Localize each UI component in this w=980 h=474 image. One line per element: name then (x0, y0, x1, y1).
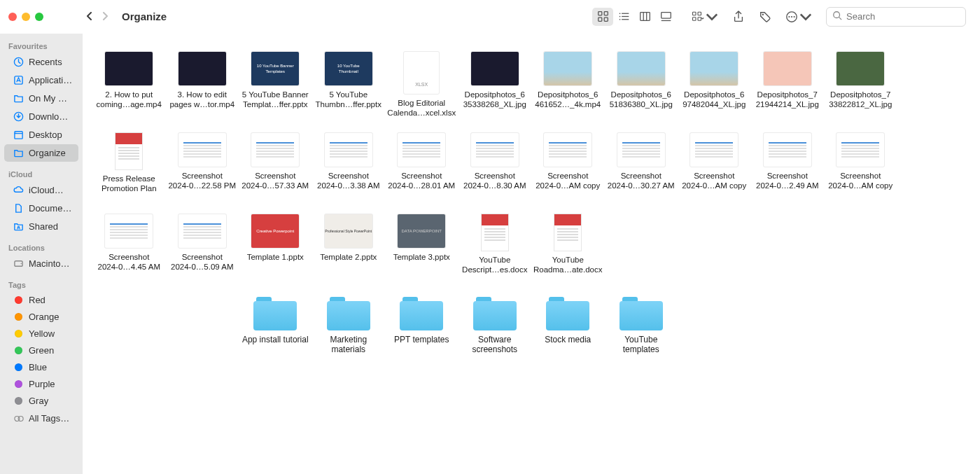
file-item[interactable]: Depositphotos_733822812_XL.jpg (824, 49, 897, 126)
sidebar-item-all-tags[interactable]: All Tags… (4, 410, 78, 427)
file-label-2: Templat…ffer.pptx (243, 99, 307, 109)
folder-label-2: materials (331, 344, 365, 354)
file-label-2: Calenda…xcel.xlsx (387, 108, 456, 118)
sidebar-tag-red[interactable]: Red (4, 292, 78, 308)
group-by-button[interactable] (692, 11, 718, 23)
sidebar-tag-blue[interactable]: Blue (4, 359, 78, 375)
file-item[interactable]: Depositphotos_635338268_XL.jpg (458, 49, 532, 126)
file-thumbnail (764, 133, 811, 167)
gallery-view-button[interactable] (655, 8, 676, 26)
sidebar-item-label: iCloud… (29, 185, 64, 195)
folder-item[interactable]: YouTubetemplates (605, 293, 678, 370)
file-item[interactable]: Screenshot2024-0…3.38 AM (312, 130, 386, 207)
main-area: Favourites RecentsApplicati…On My MacDow… (0, 34, 980, 474)
file-item[interactable]: Screenshot2024-0…30.27 AM (605, 130, 678, 207)
file-label-2: coming…age.mp4 (97, 99, 162, 109)
svg-point-34 (21, 263, 22, 265)
folder-item[interactable]: PPT templates (385, 293, 458, 370)
file-item[interactable]: Screenshot2024-0…AM copy (824, 130, 897, 207)
svg-point-19 (762, 13, 764, 15)
file-item[interactable]: Screenshot2024-0…22.58 PM (166, 130, 239, 207)
list-view-button[interactable] (613, 8, 634, 26)
search-field[interactable] (826, 7, 966, 27)
folder-icon (13, 147, 24, 159)
sidebar-tag-green[interactable]: Green (4, 342, 78, 358)
file-label: Screenshot (547, 171, 588, 181)
file-item[interactable]: 3. How to editpages w…tor.mp4 (166, 49, 239, 126)
sidebar-section-favourites: Favourites (0, 39, 83, 53)
sidebar-item-shared[interactable]: Shared (4, 218, 78, 235)
sidebar-tag-purple[interactable]: Purple (4, 376, 78, 392)
folder-label-2: templates (623, 344, 659, 354)
file-item[interactable]: 2. How to putcoming…age.mp4 (92, 49, 166, 126)
file-item[interactable]: Depositphotos_721944214_XL.jpg (751, 49, 825, 126)
folder-icon (620, 295, 663, 330)
file-thumbnail (544, 133, 592, 167)
file-item[interactable]: Creative PowerpointTemplate 1.pptx (239, 211, 312, 288)
file-item[interactable]: Professional Style PowerPointTemplate 2.… (312, 211, 386, 288)
forward-button[interactable] (101, 11, 109, 22)
folder-item[interactable]: App install tutorial (239, 293, 312, 370)
tag-dot-icon (15, 296, 22, 304)
search-input[interactable] (846, 11, 964, 22)
file-label: 2. How to put (105, 90, 153, 99)
download-icon (13, 111, 24, 123)
file-thumbnail: DATA POWERPOINT (398, 214, 445, 248)
sidebar-item-recents[interactable]: Recents (4, 53, 78, 71)
file-item[interactable]: Screenshot2024-0…8.30 AM (458, 130, 532, 207)
sidebar-item-desktop[interactable]: Desktop (4, 126, 78, 144)
file-item[interactable]: Screenshot2024-0…28.01 AM (385, 130, 458, 207)
file-item[interactable]: Blog EditorialCalenda…xcel.xlsx (385, 49, 458, 126)
folder-item[interactable]: Marketingmaterials (312, 293, 386, 370)
file-item[interactable]: Screenshot2024-0…5.09 AM (166, 211, 239, 288)
file-item[interactable]: Press ReleasePromotion Plan (92, 130, 166, 207)
file-thumbnail (764, 52, 811, 85)
sidebar-item-on-my-mac[interactable]: On My Mac (4, 90, 78, 107)
column-view-button[interactable] (634, 8, 655, 26)
file-item[interactable]: Screenshot2024-0…AM copy (531, 130, 605, 207)
file-thumbnail (836, 133, 884, 167)
sidebar-item-applicati-[interactable]: Applicati… (4, 71, 78, 89)
sidebar-item-macintos-[interactable]: Macintos… (4, 255, 78, 272)
file-label: Screenshot (182, 252, 223, 262)
file-item[interactable]: Depositphotos_651836380_XL.jpg (605, 49, 678, 126)
sidebar-item-downloads[interactable]: Downloads (4, 108, 78, 125)
file-thumbnail (471, 52, 519, 85)
file-label: Screenshot (255, 171, 295, 181)
file-item[interactable]: Depositphotos_697482044_XL.jpg (678, 49, 751, 126)
file-item[interactable]: Screenshot2024-0…AM copy (678, 130, 751, 207)
sidebar-tag-gray[interactable]: Gray (4, 393, 78, 409)
fullscreen-window-button[interactable] (35, 13, 43, 21)
share-button[interactable] (732, 11, 745, 23)
close-window-button[interactable] (8, 13, 17, 21)
sidebar-tag-label: Purple (29, 379, 55, 389)
folder-item[interactable]: Stock media (531, 293, 605, 370)
sidebar-section-icloud: iCloud (0, 167, 83, 181)
file-item[interactable]: Screenshot2024-0…4.45 AM (92, 211, 166, 288)
file-item[interactable]: Screenshot2024-0…2.49 AM (751, 130, 825, 207)
sidebar-tag-yellow[interactable]: Yellow (4, 326, 78, 342)
nav-buttons (85, 11, 109, 22)
file-item[interactable]: Depositphotos_6461652…_4k.mp4 (531, 49, 605, 126)
file-item[interactable]: 10 YouTube Thumbnail5 YouTubeThumbn…ffer… (312, 49, 386, 126)
file-label: YouTube (552, 255, 584, 265)
file-item[interactable]: DATA POWERPOINTTemplate 3.pptx (385, 211, 458, 288)
file-item[interactable]: YouTubeRoadma…ate.docx (531, 211, 605, 288)
sidebar-item-documents[interactable]: Documents (4, 200, 78, 217)
sidebar-tag-label: Orange (29, 312, 59, 322)
sidebar-item-icloud-[interactable]: iCloud… (4, 181, 78, 199)
file-item[interactable]: YouTubeDescript…es.docx (458, 211, 532, 288)
tag-dot-icon (15, 363, 22, 371)
file-item[interactable]: 10 YouTube Banner Templates5 YouTube Ban… (239, 49, 312, 126)
svg-rect-0 (598, 12, 601, 15)
sidebar-item-organize[interactable]: Organize (4, 144, 78, 162)
tag-button[interactable] (759, 11, 771, 23)
icon-view-button[interactable] (592, 8, 613, 26)
action-menu-button[interactable] (785, 11, 812, 23)
file-label: Screenshot (694, 171, 734, 181)
minimize-window-button[interactable] (22, 13, 30, 21)
folder-item[interactable]: Softwarescreenshots (458, 293, 532, 370)
file-item[interactable]: Screenshot2024-0…57.33 AM (239, 130, 312, 207)
back-button[interactable] (85, 11, 94, 22)
sidebar-tag-orange[interactable]: Orange (4, 309, 78, 325)
